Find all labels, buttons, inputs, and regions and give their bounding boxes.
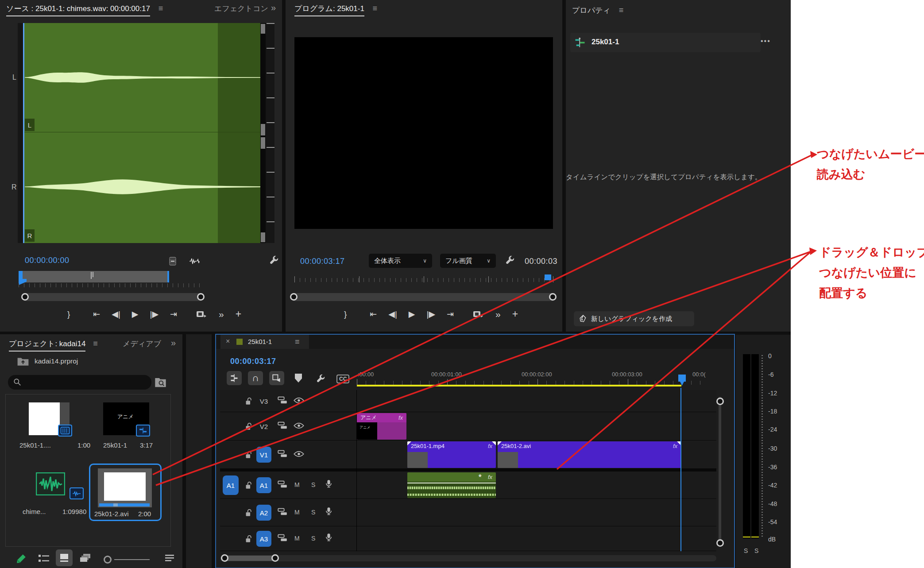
- tab-program[interactable]: プログラム: 25k01-1 ≡: [294, 4, 377, 14]
- eye-toggle-icon[interactable]: [294, 422, 304, 429]
- search-bin-icon[interactable]: [155, 377, 166, 388]
- out-point-handle[interactable]: [167, 271, 169, 282]
- mark-out-button[interactable]: ⇥: [447, 309, 454, 319]
- track-row-a3[interactable]: A3 M S: [220, 526, 716, 551]
- export-frame-button[interactable]: [196, 309, 207, 319]
- timeline-playhead-marker[interactable]: [678, 375, 686, 382]
- track-label-a2[interactable]: A2: [256, 505, 271, 521]
- add-marker-button[interactable]: }: [344, 309, 347, 319]
- audio-waveform-view-icon[interactable]: [189, 257, 200, 266]
- track-label-a1[interactable]: A1: [256, 477, 271, 493]
- more-controls-button[interactable]: »: [495, 309, 501, 320]
- track-label-v1[interactable]: V1: [256, 447, 271, 463]
- source-playhead[interactable]: [23, 23, 24, 243]
- source-timecode[interactable]: 00:00:00:00: [25, 256, 70, 265]
- list-view-button[interactable]: [38, 554, 50, 563]
- project-file-name[interactable]: kadai14.prproj: [35, 357, 78, 365]
- waveform-vertical-scrollbar[interactable]: [260, 23, 266, 243]
- fx-badge[interactable]: fx: [488, 474, 492, 480]
- lock-icon[interactable]: [245, 481, 252, 490]
- project-item-sequence[interactable]: アニメ 25k01-1 3:17: [103, 402, 170, 451]
- export-frame-button[interactable]: [472, 309, 484, 319]
- zoom-level-select[interactable]: 全体表示 ∨: [369, 254, 432, 268]
- solo-button[interactable]: S: [311, 481, 315, 488]
- fx-badge[interactable]: fx: [673, 443, 677, 449]
- tab-source[interactable]: ソース : 25k01-1: chimes.wav: 00:00:00:17 ≡: [6, 4, 163, 14]
- solo-button[interactable]: S: [311, 535, 315, 542]
- folder-up-icon[interactable]: [17, 356, 29, 366]
- close-icon[interactable]: ×: [226, 337, 230, 345]
- mic-icon[interactable]: [325, 533, 332, 542]
- meter-solo-left[interactable]: S: [744, 547, 748, 554]
- panel-menu-icon[interactable]: ≡: [159, 4, 163, 13]
- mic-icon[interactable]: [325, 507, 332, 516]
- add-marker-button[interactable]: [295, 374, 302, 383]
- add-marker-button[interactable]: }: [67, 309, 70, 319]
- playback-quality-select[interactable]: フル画質 ∨: [440, 254, 496, 268]
- lock-icon[interactable]: [245, 509, 252, 517]
- more-controls-button[interactable]: »: [219, 309, 224, 320]
- project-item-video1[interactable]: 25k01-1.... 1:00: [23, 402, 99, 451]
- more-panels-icon[interactable]: »: [271, 3, 276, 13]
- track-sync-icon[interactable]: [278, 396, 287, 404]
- fx-badge[interactable]: fx: [488, 443, 492, 449]
- lock-icon[interactable]: [245, 422, 252, 431]
- clip-graphic-anime[interactable]: アニメ fx アニメ: [357, 413, 406, 440]
- track-row-a2[interactable]: A2 M S: [220, 499, 716, 526]
- source-scrollbar[interactable]: [22, 293, 204, 301]
- captions-button[interactable]: CC: [336, 375, 349, 383]
- step-forward-button[interactable]: |▶: [150, 309, 159, 319]
- lock-icon[interactable]: [245, 535, 252, 543]
- track-label-v3[interactable]: V3: [256, 394, 271, 408]
- step-forward-button[interactable]: |▶: [426, 309, 435, 319]
- more-panels-icon[interactable]: »: [171, 338, 176, 348]
- more-options-icon[interactable]: •••: [761, 37, 771, 45]
- tab-media-browser[interactable]: メディアブ: [123, 339, 161, 349]
- video-view-icon[interactable]: [167, 256, 178, 267]
- keyframe-star-icon[interactable]: *: [478, 475, 481, 479]
- new-graphic-button[interactable]: 新しいグラフィックを作成: [574, 311, 694, 326]
- sequence-settings-button[interactable]: [227, 371, 242, 385]
- panel-menu-icon[interactable]: ≡: [93, 339, 98, 348]
- track-sync-icon[interactable]: [278, 480, 287, 488]
- track-row-v2[interactable]: V2: [220, 412, 716, 440]
- timeline-horizontal-scrollbar[interactable]: [220, 555, 716, 561]
- settings-wrench-icon[interactable]: [505, 255, 515, 265]
- lock-icon[interactable]: [245, 451, 252, 459]
- lock-icon[interactable]: [245, 397, 252, 406]
- linked-selection-button[interactable]: [269, 371, 284, 385]
- program-scrollbar[interactable]: [291, 293, 556, 301]
- eye-toggle-icon[interactable]: [294, 451, 304, 457]
- timeline-playhead-line[interactable]: [680, 388, 681, 551]
- zoom-slider-track[interactable]: [114, 559, 150, 560]
- source-zoom-range-bar[interactable]: [19, 271, 169, 282]
- clip-video-25k01-2[interactable]: 25k01-2.avi fx: [498, 441, 681, 468]
- clip-audio[interactable]: * fx: [407, 472, 496, 498]
- timeline-ruler[interactable]: :00:00 00:00:01:00 00:00:02:00 00:00:03:…: [357, 370, 707, 388]
- tab-properties[interactable]: プロパティ ≡: [572, 5, 623, 15]
- eye-toggle-icon[interactable]: [294, 397, 304, 404]
- search-input[interactable]: [8, 375, 151, 390]
- mark-in-button[interactable]: ⇤: [93, 309, 100, 319]
- track-sync-icon[interactable]: [278, 450, 287, 458]
- zoom-slider-handle[interactable]: [104, 556, 112, 564]
- program-timecode[interactable]: 00:00:03:17: [300, 257, 345, 266]
- timeline-vertical-scrollbar[interactable]: [716, 392, 723, 550]
- panel-menu-icon[interactable]: ≡: [373, 4, 378, 13]
- tab-effect-controls[interactable]: エフェクトコン: [214, 4, 268, 14]
- timeline-tab[interactable]: × 25k01-1 ≡: [220, 335, 309, 349]
- mute-button[interactable]: M: [294, 481, 300, 488]
- track-sync-icon[interactable]: [278, 421, 287, 429]
- play-button[interactable]: ▶: [132, 309, 139, 319]
- track-sync-icon[interactable]: [278, 534, 287, 542]
- play-button[interactable]: ▶: [409, 309, 415, 319]
- track-label-a3[interactable]: A3: [256, 531, 271, 547]
- freeform-view-button[interactable]: [80, 553, 92, 564]
- mark-out-button[interactable]: ⇥: [170, 309, 177, 319]
- step-back-button[interactable]: ◀|: [388, 309, 397, 319]
- mute-button[interactable]: M: [294, 509, 300, 516]
- writable-pencil-icon[interactable]: [16, 553, 27, 564]
- clip-video-25k01-1[interactable]: 25k01-1.mp4 fx: [407, 441, 496, 468]
- mark-in-button[interactable]: ⇤: [370, 309, 377, 319]
- step-back-button[interactable]: ◀|: [112, 309, 120, 319]
